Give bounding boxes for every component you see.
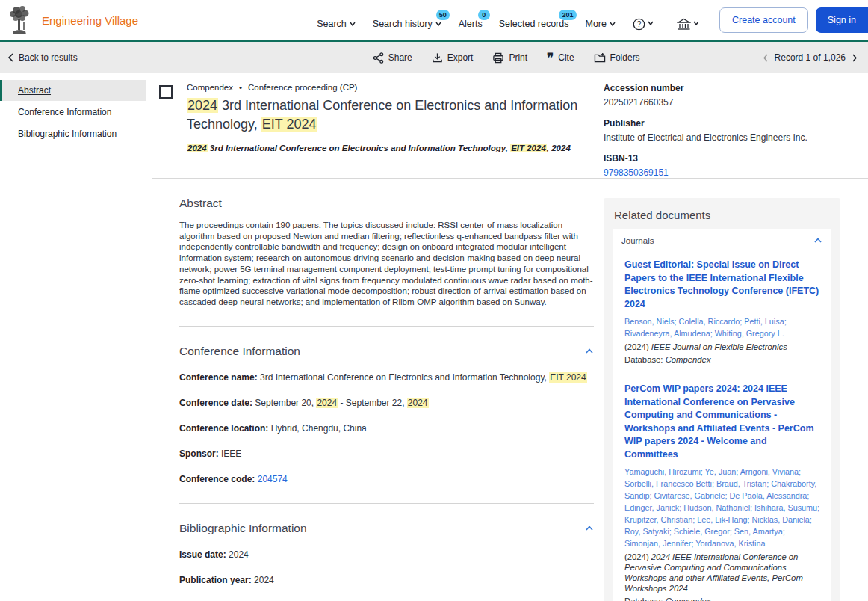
related-doc-database: Database: Compendex	[624, 596, 822, 601]
toolbar-actions: Share Export Print ❞ Cite	[373, 52, 640, 64]
download-icon	[432, 52, 443, 64]
nav-selected-records[interactable]: Selected records 201	[499, 11, 569, 29]
create-account-button[interactable]: Create account	[719, 7, 808, 33]
chevron-down-icon	[692, 19, 700, 27]
app-header: Engineering Village Search Search histor…	[0, 0, 868, 42]
collapse-chevron-icon[interactable]	[813, 236, 822, 245]
conference-info-heading: Conference Information	[179, 345, 300, 358]
record-position: Record 1 of 1,026	[775, 52, 846, 63]
help-icon: ?	[633, 18, 645, 31]
record-area: Compendex • Conference proceeding (CP) 2…	[146, 73, 868, 601]
nav-alerts[interactable]: Alerts 0	[459, 11, 483, 29]
brand-title: Engineering Village	[42, 14, 138, 27]
section-divider	[179, 326, 594, 327]
chevron-down-icon	[647, 19, 654, 27]
related-doc-authors[interactable]: Benson, Niels; Colella, Riccardo; Petti,…	[624, 315, 822, 339]
abstract-heading: Abstract	[179, 197, 222, 210]
bullet-separator-icon: •	[239, 83, 242, 92]
conference-date-field: Conference date: September 20, 2024 - Se…	[179, 398, 594, 409]
biblio-info-section-header: Bibliographic Information	[179, 522, 594, 535]
elsevier-tree-logo	[6, 4, 34, 36]
record-title: 2024 3rd International Conference on Ele…	[187, 96, 604, 134]
share-button[interactable]: Share	[373, 52, 412, 64]
export-button[interactable]: Export	[432, 52, 474, 64]
record-title-block: Compendex • Conference proceeding (CP) 2…	[187, 82, 604, 178]
section-anchor-sidebar: Abstract Conference Information Bibliogr…	[0, 73, 146, 145]
sign-in-button[interactable]: Sign in	[816, 7, 868, 33]
related-doc-citation: (2024) 2024 IEEE International Conferenc…	[624, 552, 822, 594]
print-button[interactable]: Print	[492, 52, 527, 64]
nav-search[interactable]: Search	[317, 11, 356, 29]
section-divider	[179, 503, 594, 504]
chevron-down-icon	[349, 20, 356, 28]
back-to-results-button[interactable]: Back to results	[7, 52, 78, 63]
sidebar-item-bibliographic-information[interactable]: Bibliographic Information	[0, 123, 146, 144]
record-pagination: Record 1 of 1,026	[763, 52, 858, 63]
abstract-section-header: Abstract	[179, 197, 594, 210]
record-subtitle: 2024 3rd International Conference on Ele…	[187, 144, 604, 152]
record-sections: Abstract The proceedings contain 190 pap…	[179, 179, 594, 601]
record-content: Abstract Conference Information Bibliogr…	[0, 73, 868, 601]
related-doc-title-link[interactable]: PerCom WIP papers 2024: 2024 IEEE Intern…	[624, 383, 822, 461]
quote-icon: ❞	[547, 54, 554, 61]
accession-number-label: Accession number	[604, 83, 868, 93]
document-type: Conference proceeding (CP)	[248, 83, 357, 92]
sidebar-item-conference-information[interactable]: Conference Information	[0, 102, 146, 123]
issue-date-field: Issue date: 2024	[179, 549, 594, 561]
sidebar-item-abstract[interactable]: Abstract	[0, 80, 146, 101]
conference-location-field: Conference location: Hybrid, Chengdu, Ch…	[179, 423, 594, 434]
conference-name-field: Conference name: 3rd International Confe…	[179, 372, 594, 383]
previous-record-icon[interactable]	[763, 54, 769, 62]
related-doc-citation: (2024) IEEE Journal on Flexible Electron…	[624, 342, 822, 352]
related-documents-heading: Related documents	[613, 207, 831, 229]
nav-search-history[interactable]: Search history 50	[373, 11, 442, 29]
record-body: Abstract The proceedings contain 190 pap…	[152, 178, 868, 601]
sponsor-field: Sponsor: IEEE	[179, 449, 594, 460]
alerts-badge: 0	[478, 10, 490, 20]
abstract-text: The proceedings contain 190 papers. The …	[179, 220, 594, 308]
related-doc-database: Database: Compendex	[624, 354, 822, 365]
biblio-info-heading: Bibliographic Information	[179, 522, 307, 535]
search-history-badge: 50	[436, 10, 450, 20]
record-select-checkbox[interactable]	[159, 85, 173, 99]
nav-help[interactable]: ?	[633, 10, 654, 31]
cite-button[interactable]: ❞ Cite	[547, 52, 574, 63]
selected-records-badge: 201	[559, 10, 576, 20]
conference-code-field: Conference code: 204574	[179, 474, 594, 485]
institution-bank-icon	[677, 18, 691, 31]
record-source-line: Compendex • Conference proceeding (CP)	[187, 83, 604, 92]
chevron-down-icon	[609, 20, 616, 28]
isbn-link[interactable]: 9798350369151	[604, 167, 669, 178]
share-icon	[373, 52, 384, 64]
related-doc-item: PerCom WIP papers 2024: 2024 IEEE Intern…	[621, 383, 822, 601]
record-meta: Accession number 20250217660357 Publishe…	[604, 82, 868, 178]
conference-code-link[interactable]: 204574	[258, 474, 288, 484]
svg-text:?: ?	[637, 20, 642, 28]
record-toolbar: Back to results Share Export	[0, 42, 868, 73]
collapse-chevron-icon[interactable]	[585, 524, 594, 533]
printer-icon	[492, 52, 504, 64]
related-doc-title-link[interactable]: Guest Editorial: Special Issue on Direct…	[624, 259, 822, 311]
chevron-left-icon	[7, 53, 14, 62]
next-record-icon[interactable]	[852, 54, 858, 62]
record-header: Compendex • Conference proceeding (CP) 2…	[152, 73, 868, 178]
folder-plus-icon	[594, 52, 606, 64]
folders-button[interactable]: Folders	[594, 52, 640, 64]
chevron-down-icon	[435, 20, 442, 28]
accession-number-value: 20250217660357	[604, 97, 868, 108]
related-documents-panel: Related documents Journals Guest Editori…	[604, 198, 840, 601]
nav-more[interactable]: More	[586, 11, 616, 29]
related-doc-item: Guest Editorial: Special Issue on Direct…	[621, 259, 822, 365]
related-doc-authors[interactable]: Yamaguchi, Hirozumi; Ye, Juan; Arrigoni,…	[624, 466, 822, 549]
publisher-value: Institute of Electrical and Electronics …	[604, 132, 868, 143]
database-name: Compendex	[187, 83, 233, 92]
conference-info-section-header: Conference Information	[179, 345, 594, 358]
journals-group-header[interactable]: Journals	[621, 236, 822, 245]
publisher-label: Publisher	[604, 118, 868, 129]
nav-institution[interactable]	[677, 10, 700, 31]
collapse-chevron-icon[interactable]	[585, 347, 594, 356]
isbn-label: ISBN-13	[604, 153, 868, 164]
header-nav: Search Search history 50 Alerts 0 Select…	[317, 10, 700, 31]
journals-card: Journals Guest Editorial: Special Issue …	[613, 229, 831, 601]
publication-year-field: Publication year: 2024	[179, 575, 594, 586]
